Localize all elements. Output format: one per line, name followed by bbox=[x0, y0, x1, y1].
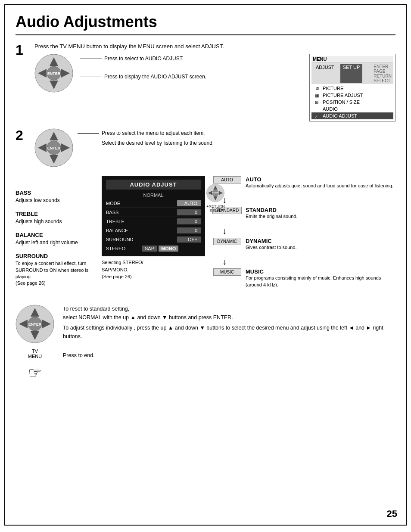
auto-title: AUTO bbox=[246, 176, 393, 183]
aa-mode-value: AUTO bbox=[177, 200, 201, 206]
step-2-number: 2 bbox=[16, 128, 28, 142]
picture-icon: 🖥 bbox=[315, 86, 321, 91]
aa-mode-label: MODE bbox=[106, 201, 140, 206]
music-text: MUSIC For programs consisting mainly of … bbox=[246, 268, 395, 288]
bass-desc: Adjusts low sounds bbox=[16, 197, 102, 204]
page-number: 25 bbox=[387, 508, 397, 520]
picture-adj-icon: ▦ bbox=[315, 93, 321, 98]
menu-position-size: ⊞ POSITION / SIZE bbox=[311, 99, 393, 106]
bass-title: BASS bbox=[16, 189, 102, 197]
aa-treble-label: TREBLE bbox=[106, 219, 140, 224]
step-1-instruction: Press the TV MENU button to display the … bbox=[34, 43, 395, 50]
menu-tab-adjust: ADJUST bbox=[313, 64, 337, 83]
dpad-svg-1: ENTER bbox=[34, 54, 73, 93]
aa-normal: NORMAL bbox=[106, 191, 201, 199]
aa-surround-label: SURROUND bbox=[106, 237, 140, 242]
step-1-row: ENTER Press to select to AUDIO ADJUST. P… bbox=[34, 54, 395, 121]
auto-badge: AUTO bbox=[213, 176, 241, 184]
hand-icon: ☞ bbox=[28, 364, 42, 382]
callout-select: Press to select to AUDIO ADJUST. bbox=[80, 56, 206, 62]
audio-labels-col: BASS Adjusts low sounds TREBLE Adjusts h… bbox=[16, 176, 102, 291]
mode-descriptions: AUTO AUTO Automatically adjusts quiet so… bbox=[205, 176, 395, 294]
aa-balance-value: 0 bbox=[177, 227, 201, 233]
aa-dpad-small: ENTER bbox=[206, 184, 224, 202]
menu-tab-setup: SET UP bbox=[340, 64, 363, 83]
dynamic-badge: DYNAMIC bbox=[213, 238, 241, 245]
bottom-text1: To reset to standard setting, bbox=[63, 305, 395, 313]
music-title: MUSIC bbox=[246, 268, 395, 275]
svg-text:ENTER: ENTER bbox=[47, 146, 61, 150]
mode-auto-col: AUTO bbox=[212, 176, 242, 184]
bass-label: BASS Adjusts low sounds bbox=[16, 189, 102, 204]
surround-label: SURROUND To enjoy a concert hall effect,… bbox=[16, 252, 102, 287]
dpad-step1: ENTER bbox=[34, 54, 73, 94]
svg-text:ENTER: ENTER bbox=[212, 192, 218, 194]
aa-bass-label: BASS bbox=[106, 210, 140, 215]
step-1-content: Press the TV MENU button to display the … bbox=[34, 43, 395, 121]
audio-section: BASS Adjusts low sounds TREBLE Adjusts h… bbox=[16, 176, 395, 294]
dynamic-title: DYNAMIC bbox=[246, 238, 297, 244]
step-2-content: ENTER Press to select the menu to adjust… bbox=[34, 128, 395, 168]
bottom-section: ENTER TVMENU ☞ To reset to standard sett… bbox=[16, 305, 395, 382]
balance-desc: Adjust left and right volume bbox=[16, 239, 102, 246]
aa-return-label: ●RETURNSELECT bbox=[206, 204, 225, 213]
menu-picture: 🖥 PICTURE bbox=[311, 85, 393, 92]
menu-tabs: ADJUST SET UP ENTERPAGERETURNSELECT bbox=[311, 63, 393, 84]
audio-adjust-wrapper: AUDIO ADJUST NORMAL MODE AUTO BASS 0 TRE… bbox=[102, 176, 205, 280]
step2-row: ENTER Press to select the menu to adjust… bbox=[34, 128, 395, 168]
menu-enter-label: ENTERPAGERETURNSELECT bbox=[374, 64, 392, 83]
mode-music-col: MUSIC bbox=[212, 268, 242, 276]
audio-adjust-panel: AUDIO ADJUST NORMAL MODE AUTO BASS 0 TRE… bbox=[102, 176, 205, 256]
page-title: Audio Adjustments bbox=[16, 13, 395, 35]
aa-treble-value: 0 bbox=[177, 218, 201, 224]
step-1: 1 Press the TV MENU button to display th… bbox=[16, 43, 395, 121]
mode-dynamic-col: DYNAMIC bbox=[212, 238, 242, 245]
step1-callouts: Press to select to AUDIO ADJUST. Press t… bbox=[80, 54, 206, 80]
treble-label: TREBLE Adjusts high sounds bbox=[16, 210, 102, 225]
dpad-svg-bottom: ENTER bbox=[16, 305, 54, 343]
menu-audio-adjust: ♪ AUDIO ADJUST bbox=[311, 112, 393, 119]
position-icon: ⊞ bbox=[315, 100, 321, 105]
aa-mode-row: MODE AUTO bbox=[106, 199, 201, 208]
balance-title: BALANCE bbox=[16, 231, 102, 239]
aa-bass-value: 0 bbox=[177, 209, 201, 215]
arrow-1: ↓ bbox=[222, 195, 395, 205]
aa-surround-value: OFF bbox=[177, 236, 201, 243]
surround-title: SURROUND bbox=[16, 252, 102, 260]
menu-title: MENU bbox=[311, 56, 393, 62]
mode-dynamic: DYNAMIC DYNAMIC Gives contrast to sound. bbox=[212, 238, 395, 251]
menu-picture-adjust: ▦ PICTURE ADJUST bbox=[311, 92, 393, 99]
step2-callouts: Press to select the menu to adjust each … bbox=[78, 128, 214, 147]
bottom-dpad-area: ENTER TVMENU ☞ bbox=[16, 305, 54, 382]
mode-standard: STANDARD STANDARD Emits the original sou… bbox=[212, 207, 395, 220]
standard-text: STANDARD Emits the original sound. bbox=[246, 207, 297, 220]
aa-surround-row: SURROUND OFF bbox=[106, 235, 201, 244]
label-display: Press to display the AUDIO ADJUST screen… bbox=[104, 74, 206, 80]
step-1-number: 1 bbox=[16, 43, 28, 57]
standard-desc: Emits the original sound. bbox=[246, 213, 297, 220]
music-desc: For programs consisting mainly of music.… bbox=[246, 275, 395, 288]
aa-bass-row: BASS 0 bbox=[106, 208, 201, 217]
dpad-step2: ENTER bbox=[34, 128, 73, 168]
auto-desc: Automatically adjusts quiet sound and lo… bbox=[246, 183, 393, 189]
press-end: Press to end. bbox=[63, 351, 395, 360]
svg-text:ENTER: ENTER bbox=[28, 322, 42, 327]
label-select: Press to select to AUDIO ADJUST. bbox=[104, 56, 184, 62]
menu-mockup: MENU ADJUST SET UP ENTERPAGERETURNSELECT… bbox=[309, 54, 395, 121]
aa-enter-dpad: ENTER ●RETURNSELECT bbox=[206, 184, 225, 213]
arrow-3: ↓ bbox=[222, 257, 395, 267]
aa-balance-row: BALANCE 0 bbox=[106, 226, 201, 235]
dpad-svg-2: ENTER bbox=[34, 128, 73, 167]
aa-mono-option: MONO bbox=[159, 246, 178, 252]
aa-balance-label: BALANCE bbox=[106, 228, 140, 233]
aa-stereo-row: STEREO SAP MONO bbox=[106, 244, 201, 253]
surround-desc: To enjoy a concert hall effect, turn SUR… bbox=[16, 260, 102, 287]
svg-text:ENTER: ENTER bbox=[47, 72, 61, 76]
callout-select-menu: Press to select the menu to adjust each … bbox=[78, 130, 214, 136]
balance-label: BALANCE Adjust left and right volume bbox=[16, 231, 102, 246]
aa-stereo-label: STEREO bbox=[106, 246, 140, 251]
menu-audio: AUDIO bbox=[311, 106, 393, 112]
audio-adj-icon: ♪ bbox=[315, 114, 321, 118]
standard-title: STANDARD bbox=[246, 207, 297, 213]
mode-auto: AUTO AUTO Automatically adjusts quiet so… bbox=[212, 176, 395, 189]
